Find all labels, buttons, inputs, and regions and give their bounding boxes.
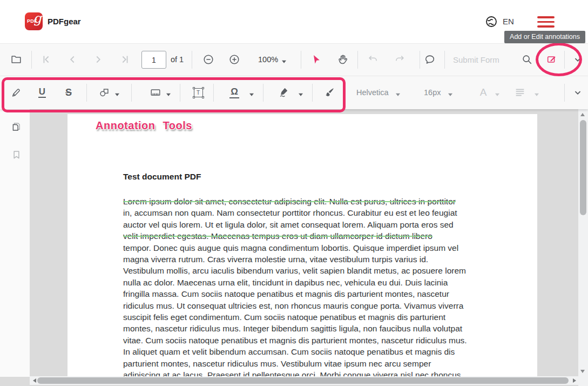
doc-line: magna viverra rutrum. Cras viverra moles… — [123, 254, 486, 265]
select-cursor-icon[interactable] — [309, 52, 324, 67]
divider — [86, 84, 87, 102]
shapes-dropdown-caret-icon[interactable] — [115, 89, 119, 98]
doc-line: nulla ac dolor. Maecenas urna elit, tinc… — [123, 277, 486, 288]
doc-line: parturient montes, nascetur ridiculus mu… — [123, 358, 486, 369]
horizontal-scrollbar[interactable] — [30, 376, 578, 385]
image-dropdown-caret-icon[interactable] — [166, 89, 171, 98]
annotation-bar-collapse-chevron-icon[interactable] — [570, 85, 585, 100]
shapes-icon[interactable] — [97, 85, 112, 100]
doc-line: Lorem ipsum dolor sit amet, consectetur … — [123, 196, 486, 207]
language-globe-icon[interactable] — [485, 15, 498, 28]
previous-page-icon[interactable] — [65, 52, 80, 67]
scroll-up-arrow-icon[interactable] — [580, 113, 585, 116]
divider — [564, 51, 565, 69]
divider — [564, 84, 565, 102]
signature-dropdown-caret-icon[interactable] — [299, 89, 303, 98]
stamp-icon[interactable]: Ω — [227, 85, 242, 100]
doc-line: adipiscing at ac lacus. Praesent id pell… — [123, 369, 486, 377]
signature-icon[interactable] — [276, 85, 292, 100]
doc-line: vitae. Cum sociis natoque penatibus et m… — [123, 335, 486, 346]
zoom-level-value[interactable]: 100% — [258, 55, 278, 64]
redo-icon[interactable] — [392, 52, 407, 67]
font-color-caret-icon[interactable] — [495, 89, 499, 98]
app-title: PDFgear — [48, 17, 81, 26]
search-icon[interactable] — [519, 52, 535, 67]
zoom-in-icon[interactable] — [227, 52, 242, 67]
divider — [192, 51, 192, 69]
main-toolbar: of 1 100% — [0, 44, 588, 76]
zoom-dropdown-caret-icon[interactable] — [282, 56, 286, 65]
page-count-label: of 1 — [171, 55, 184, 64]
font-color-icon[interactable]: A — [476, 85, 491, 100]
highlighter-pen-icon[interactable] — [9, 85, 24, 100]
bookmarks-icon[interactable] — [9, 148, 23, 162]
doc-line: ridiculus mus. Ut consequat ultricies es… — [123, 300, 486, 311]
page-thumbnails-icon[interactable] — [9, 119, 23, 134]
vertical-scrollbar-thumb[interactable] — [580, 120, 586, 215]
doc-line: montes, nascetur ridiculus mus. Integer … — [123, 323, 486, 334]
scroll-right-arrow-icon[interactable] — [573, 378, 576, 383]
doc-line: auctor vel quis lorem. Ut et ligula dolo… — [123, 219, 486, 230]
divider — [312, 84, 313, 102]
undo-icon[interactable] — [366, 52, 381, 67]
divider — [131, 84, 132, 102]
stamp-dropdown-caret-icon[interactable] — [249, 89, 254, 98]
doc-line: Vestibulum mollis, arcu iaculis bibendum… — [123, 265, 486, 276]
page-number-input[interactable] — [141, 51, 166, 69]
scroll-left-arrow-icon[interactable] — [33, 378, 36, 383]
next-page-icon[interactable] — [91, 52, 106, 67]
font-size-select[interactable]: 16px — [424, 88, 441, 97]
divider — [180, 84, 180, 102]
doc-line: fringilla massa. Cum sociis natoque pena… — [123, 288, 486, 300]
pdfgear-logo-icon: PDF g — [25, 12, 43, 30]
font-size-caret-icon[interactable] — [448, 89, 452, 98]
image-icon[interactable] — [148, 85, 163, 100]
hand-pan-icon[interactable] — [335, 52, 350, 67]
divider — [357, 51, 358, 69]
text-align-icon[interactable] — [512, 85, 528, 100]
pdf-page[interactable]: Annotation Tools Test document PDF Lorem… — [67, 114, 537, 377]
doc-line: tempor. Donec quis augue quis magna cond… — [123, 242, 486, 254]
text-align-caret-icon[interactable] — [535, 89, 539, 98]
scroll-down-arrow-icon[interactable] — [580, 370, 585, 373]
open-file-icon[interactable] — [9, 52, 24, 67]
tooltip-add-edit-annotations: Add or Edit annotations — [504, 31, 585, 43]
horizontal-scrollbar-thumb[interactable] — [37, 377, 569, 384]
divider — [444, 51, 445, 69]
menu-hamburger-icon[interactable] — [537, 16, 555, 28]
document-viewport: Annotation Tools Test document PDF Lorem… — [0, 109, 588, 386]
last-page-icon[interactable] — [117, 52, 132, 67]
doc-line: In aliquet quam et velit bibendum accums… — [123, 346, 486, 357]
zoom-out-icon[interactable] — [201, 52, 216, 67]
toolbar-expand-chevron-icon[interactable] — [570, 52, 585, 67]
divider — [31, 51, 32, 69]
doc-lines: Lorem ipsum dolor sit amet, consectetur … — [123, 196, 486, 377]
brush-icon[interactable] — [322, 85, 337, 100]
comment-icon[interactable] — [422, 52, 437, 67]
annotation-tools-callout-text: Annotation Tools — [96, 119, 192, 132]
divider — [213, 84, 214, 102]
submit-form-button[interactable]: Submit Form — [453, 55, 499, 64]
divider — [263, 84, 263, 102]
text-box-icon[interactable]: T — [191, 85, 206, 100]
vertical-scrollbar[interactable] — [578, 109, 588, 376]
doc-line: velit imperdiet egestas. Maecenas tempus… — [123, 230, 486, 242]
first-page-icon[interactable] — [39, 52, 54, 67]
divider — [301, 51, 301, 69]
pdfgear-window: PDF g PDFgear EN Add or Edit annotations — [0, 0, 588, 386]
doc-line: in, accumsan non quam. Nam consectetur p… — [123, 207, 486, 218]
font-family-caret-icon[interactable] — [396, 89, 400, 98]
doc-line: suscipit felis eget condimentum. Cum soc… — [123, 311, 486, 323]
language-selector[interactable]: EN — [503, 17, 514, 26]
divider — [420, 51, 420, 69]
logo-glyph: g — [33, 12, 42, 26]
app-header: PDF g PDFgear EN — [0, 0, 588, 44]
annotation-toolbar: U S T Ω — [0, 76, 588, 109]
edit-annotations-icon[interactable] — [544, 52, 559, 67]
strikethrough-icon[interactable]: S — [61, 85, 76, 100]
scrollbar-corner — [578, 376, 588, 386]
font-family-select[interactable]: Helvetica — [356, 88, 389, 97]
document-heading: Test document PDF — [123, 172, 201, 182]
underline-icon[interactable]: U — [35, 85, 50, 100]
left-sidebar — [0, 109, 30, 377]
